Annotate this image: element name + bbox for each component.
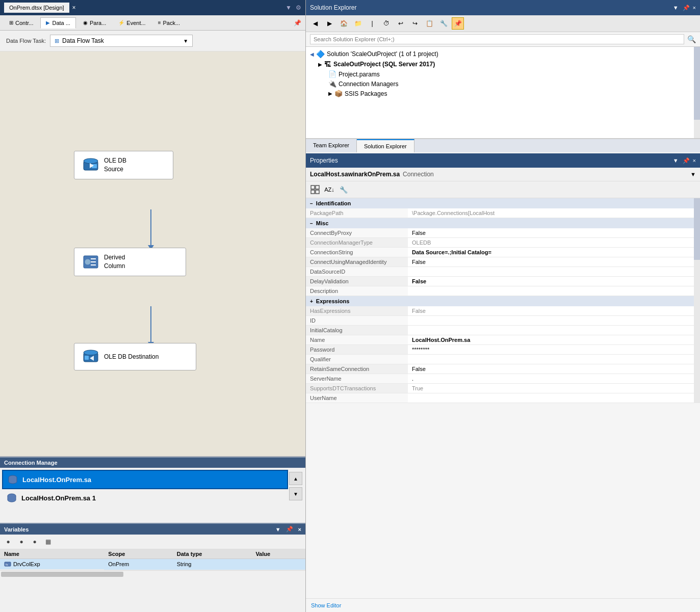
scroll-up-btn[interactable]: ▲ bbox=[289, 472, 302, 485]
se-search-bar: 🔍 bbox=[306, 32, 700, 47]
node-derived-column[interactable]: DerivedColumn bbox=[74, 248, 186, 276]
prop-name-has-expressions: HasExpressions bbox=[306, 306, 408, 316]
pin-icon[interactable]: 📌 bbox=[294, 19, 301, 26]
nav-tabs: ⊞ Contr... ▶ Data ... ◉ Para... ⚡ Event.… bbox=[0, 15, 305, 31]
se-dropdown-icon[interactable]: ▼ bbox=[673, 5, 679, 11]
add-var-btn[interactable]: ● bbox=[3, 537, 13, 547]
variables-toolbar: ● ● ● ▦ bbox=[0, 535, 305, 549]
conn-item-1[interactable]: LocalHost.OnPrem.sa bbox=[2, 470, 288, 489]
show-editor-link[interactable]: Show Editor bbox=[311, 602, 341, 608]
dropdown-icon[interactable]: ▼ bbox=[286, 4, 292, 11]
se-wrench-btn[interactable]: 🔧 bbox=[437, 17, 450, 30]
section-misc[interactable]: − Misc bbox=[306, 218, 700, 228]
tree-item-project-label: ScaleOutProject (SQL Server 2017) bbox=[333, 61, 435, 68]
tree-item-ssis-packages[interactable]: ▶ 📦 SSIS Packages bbox=[308, 89, 698, 98]
prop-val-server-name: . bbox=[408, 374, 700, 384]
se-forward-btn[interactable]: ▶ bbox=[323, 17, 335, 30]
tree-item-params-label: Project.params bbox=[339, 71, 380, 78]
conn-item-2[interactable]: LocalHost.OnPrem.sa 1 bbox=[2, 489, 288, 507]
close-icon[interactable]: × bbox=[72, 4, 76, 11]
props-sort-btn[interactable]: AZ↓ bbox=[323, 183, 335, 196]
props-toolbar: AZ↓ 🔧 bbox=[306, 181, 700, 198]
props-wrench-btn[interactable]: 🔧 bbox=[338, 183, 350, 196]
filter-var-btn[interactable]: ● bbox=[30, 537, 40, 547]
prop-row-conn-string: ConnectionString Data Source=.;Initial C… bbox=[306, 248, 700, 257]
se-copy-btn[interactable]: 📋 bbox=[423, 17, 435, 30]
se-back-btn[interactable]: ◀ bbox=[309, 17, 321, 30]
prop-row-has-expressions: HasExpressions False bbox=[306, 306, 700, 316]
se-redo-btn[interactable]: ↪ bbox=[409, 17, 421, 30]
prop-name-delay-validation: DelayValidation bbox=[306, 277, 408, 286]
arrow-1 bbox=[148, 209, 154, 250]
properties-title-bar: Properties ▼ 📌 × bbox=[306, 153, 700, 168]
node-ole-source-label: OLE DBSource bbox=[104, 156, 126, 174]
tab-parameters[interactable]: ◉ Para... bbox=[78, 18, 111, 28]
delete-var-btn[interactable]: ● bbox=[16, 537, 27, 547]
node-ole-dest[interactable]: OLE DB Destination bbox=[74, 343, 196, 370]
se-folder-btn[interactable]: 📁 bbox=[352, 17, 364, 30]
props-dropdown-icon[interactable]: ▼ bbox=[673, 157, 679, 164]
se-clock-btn[interactable]: ⏱ bbox=[380, 17, 393, 30]
settings-icon[interactable]: ⚙ bbox=[296, 4, 301, 11]
section-identification-label: Identification bbox=[316, 200, 351, 206]
tab-event-handlers[interactable]: ⚡ Event... bbox=[113, 18, 150, 28]
float-vars-icon[interactable]: 📌 bbox=[286, 526, 293, 533]
task-label: Data Flow Task: bbox=[6, 38, 46, 44]
se-tree-scrollbar[interactable] bbox=[694, 47, 700, 138]
props-close-icon[interactable]: × bbox=[693, 157, 696, 164]
variables-header: Variables ▼ 📌 × bbox=[0, 524, 305, 535]
props-pin-icon[interactable]: 📌 bbox=[683, 157, 690, 164]
tree-item-params[interactable]: 📄 Project.params bbox=[308, 69, 698, 79]
section-identification[interactable]: − Identification bbox=[306, 198, 700, 208]
tree-item-conn-managers[interactable]: 🔌 Connection Managers bbox=[308, 79, 698, 89]
prop-name-description: Description bbox=[306, 286, 408, 296]
node-ole-source[interactable]: OLE DBSource bbox=[74, 151, 173, 179]
node-ole-dest-label: OLE DB Destination bbox=[104, 353, 159, 361]
prop-val-has-expressions: False bbox=[408, 306, 700, 316]
prop-name-package-path: PackagePath bbox=[306, 208, 408, 218]
show-editor-section: Show Editor bbox=[306, 598, 700, 612]
prop-val-retain-same-conn: False bbox=[408, 364, 700, 374]
prop-row-package-path: PackagePath \Package.Connections[LocalHo… bbox=[306, 208, 700, 218]
prop-val-initial-catalog bbox=[408, 326, 700, 335]
tree-item-solution[interactable]: ◀ 🔷 Solution 'ScaleOutProject' (1 of 1 p… bbox=[308, 49, 698, 59]
props-scrollbar[interactable] bbox=[694, 198, 700, 403]
section-expressions[interactable]: + Expressions bbox=[306, 296, 700, 306]
prop-val-qualifier bbox=[408, 355, 700, 364]
package-icon: ≡ bbox=[158, 20, 161, 25]
tree-item-project[interactable]: ▶ 🏗 ScaleOutProject (SQL Server 2017) bbox=[308, 59, 698, 69]
task-select[interactable]: ⊞ Data Flow Task ▼ bbox=[50, 35, 193, 47]
tab-solution-explorer[interactable]: Solution Explorer bbox=[357, 139, 414, 152]
event-icon: ⚡ bbox=[118, 20, 124, 25]
tab-control-flow[interactable]: ⊞ Contr... bbox=[4, 18, 38, 28]
tab-package-explorer[interactable]: ≡ Pack... bbox=[153, 18, 185, 28]
pin-vars-icon[interactable]: ▼ bbox=[275, 526, 281, 533]
horiz-scrollbar[interactable] bbox=[0, 570, 305, 577]
grid-var-btn[interactable]: ▦ bbox=[43, 537, 53, 547]
close-vars-icon[interactable]: × bbox=[298, 526, 301, 533]
prop-row-description: Description bbox=[306, 286, 700, 296]
scroll-down-btn[interactable]: ▼ bbox=[289, 487, 302, 500]
document-tab[interactable]: OnPrem.dtsx [Design] bbox=[4, 3, 69, 13]
prop-val-delay-validation: False bbox=[408, 277, 700, 286]
se-pin-tool-btn[interactable]: 📌 bbox=[452, 17, 464, 30]
conn-item-1-label: LocalHost.OnPrem.sa bbox=[22, 476, 91, 484]
props-dropdown-arrow[interactable]: ▼ bbox=[690, 171, 696, 177]
se-search-icon[interactable]: 🔍 bbox=[687, 35, 696, 43]
svg-text:fx: fx bbox=[6, 563, 8, 566]
se-undo-btn[interactable]: ↩ bbox=[395, 17, 407, 30]
tab-team-explorer[interactable]: Team Explorer bbox=[306, 139, 357, 152]
ssis-packages-icon: 📦 bbox=[334, 90, 343, 97]
props-grid-btn[interactable] bbox=[309, 183, 321, 196]
se-search-input[interactable] bbox=[310, 34, 684, 44]
dropdown-arrow-icon[interactable]: ▼ bbox=[183, 38, 188, 44]
se-home-btn[interactable]: 🏠 bbox=[338, 17, 350, 30]
se-toolbar: ◀ ▶ 🏠 📁 | ⏱ ↩ ↪ 📋 🔧 📌 bbox=[306, 15, 700, 32]
props-type: Connection bbox=[403, 171, 434, 178]
se-pin-icon[interactable]: 📌 bbox=[683, 5, 690, 11]
se-close-icon[interactable]: × bbox=[693, 5, 696, 11]
tab-data-flow[interactable]: ▶ Data ... bbox=[40, 17, 75, 29]
prop-name-datasource-id: DataSourceID bbox=[306, 267, 408, 277]
var-row[interactable]: fx DrvColExp OnPrem String bbox=[0, 559, 305, 570]
prop-val-username bbox=[408, 393, 700, 403]
